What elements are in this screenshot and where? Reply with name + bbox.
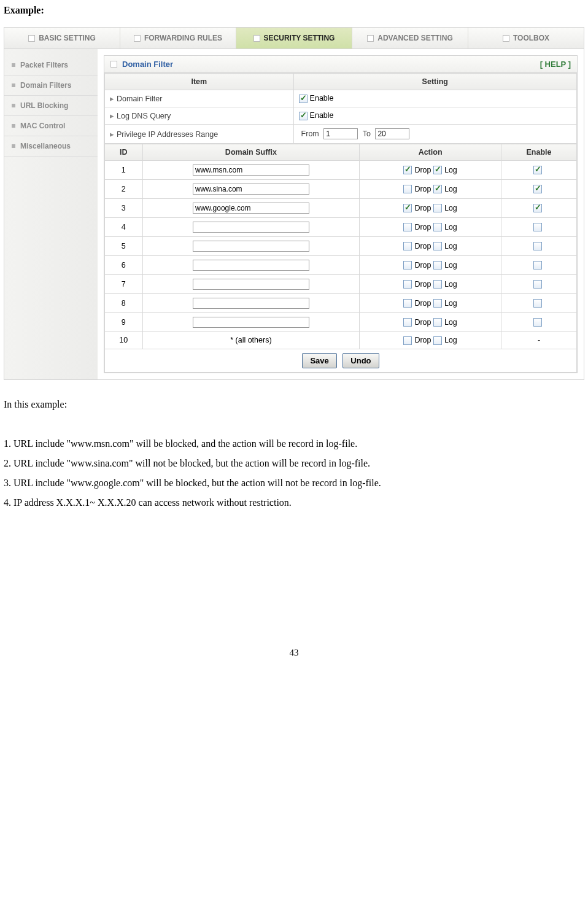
panel-title-text: Domain Filter	[122, 60, 173, 69]
sidebar-item-miscellaneous[interactable]: Miscellaneous	[4, 136, 98, 157]
tab-label: TOOLBOX	[513, 34, 549, 42]
table-row: 1Drop Log	[105, 161, 577, 180]
content-area: Domain Filter [ HELP ] Item Setting ▸Dom…	[98, 49, 584, 379]
sidebar: Packet Filters Domain Filters URL Blocki…	[4, 49, 98, 379]
log-checkbox[interactable]	[433, 336, 442, 345]
tab-forwarding-rules[interactable]: FORWARDING RULES	[120, 28, 236, 48]
drop-checkbox[interactable]	[403, 299, 412, 308]
enable-checkbox[interactable]	[533, 318, 542, 327]
enable-checkbox[interactable]	[533, 261, 542, 269]
domain-input[interactable]	[193, 203, 309, 214]
drop-checkbox[interactable]	[403, 185, 412, 193]
drop-checkbox[interactable]	[403, 280, 412, 289]
drop-checkbox[interactable]	[403, 318, 412, 327]
table-row: 4Drop Log	[105, 218, 577, 237]
sidebar-item-domain-filters[interactable]: Domain Filters	[4, 76, 98, 96]
log-label: Log	[444, 223, 457, 231]
log-checkbox[interactable]	[433, 223, 442, 231]
help-link[interactable]: [ HELP ]	[540, 60, 571, 69]
drop-checkbox[interactable]	[403, 204, 412, 212]
sidebar-item-mac-control[interactable]: MAC Control	[4, 116, 98, 136]
tab-label: BASIC SETTING	[39, 34, 96, 42]
log-checkbox[interactable]	[433, 242, 442, 250]
item-label: Log DNS Query	[117, 112, 171, 120]
row-id: 10	[105, 332, 143, 349]
doc-point-4: 4. IP address X.X.X.1~ X.X.X.20 can acce…	[4, 493, 584, 513]
table-row: 2Drop Log	[105, 180, 577, 199]
log-checkbox[interactable]	[433, 166, 442, 174]
caret-icon: ▸	[110, 95, 114, 103]
button-bar: Save Undo	[105, 349, 577, 372]
enable-checkbox[interactable]	[533, 166, 542, 174]
drop-label: Drop	[414, 261, 431, 269]
table-row: 8Drop Log	[105, 294, 577, 313]
sidebar-item-label: URL Blocking	[20, 101, 68, 110]
log-checkbox[interactable]	[433, 280, 442, 289]
tab-toolbox[interactable]: TOOLBOX	[468, 28, 584, 48]
drop-label: Drop	[414, 336, 431, 344]
bullet-icon	[12, 104, 15, 107]
log-label: Log	[444, 242, 457, 250]
domain-input[interactable]	[193, 279, 309, 290]
enable-checkbox[interactable]	[533, 185, 542, 193]
domain-input[interactable]	[193, 298, 309, 309]
privilege-to-input[interactable]	[375, 128, 409, 139]
col-id-header: ID	[105, 144, 143, 161]
log-checkbox[interactable]	[433, 185, 442, 193]
domain-input[interactable]	[193, 260, 309, 271]
bullet-icon	[12, 83, 15, 87]
sidebar-item-packet-filters[interactable]: Packet Filters	[4, 55, 98, 76]
sidebar-item-url-blocking[interactable]: URL Blocking	[4, 96, 98, 116]
item-label: Domain Filter	[117, 95, 162, 103]
enable-checkbox[interactable]	[533, 280, 542, 289]
domain-input[interactable]	[193, 184, 309, 195]
domain-input[interactable]	[193, 317, 309, 328]
domain-filter-panel: Domain Filter [ HELP ] Item Setting ▸Dom…	[104, 55, 578, 373]
sidebar-item-label: Miscellaneous	[20, 142, 71, 150]
log-checkbox[interactable]	[433, 204, 442, 212]
drop-checkbox[interactable]	[403, 223, 412, 231]
enable-checkbox[interactable]	[533, 223, 542, 231]
doc-explanation: In this example: 1. URL include "www.msn…	[0, 380, 588, 513]
drop-checkbox[interactable]	[403, 166, 412, 174]
table-row: 9Drop Log	[105, 313, 577, 332]
doc-point-3: 3. URL include "www.google.com" will be …	[4, 473, 584, 493]
domain-list-table: ID Domain Suffix Action Enable 1Drop Log…	[104, 144, 577, 373]
tab-security-setting[interactable]: SECURITY SETTING	[236, 28, 352, 48]
domain-filter-enable-checkbox[interactable]	[299, 95, 308, 103]
caret-icon: ▸	[110, 112, 114, 120]
drop-checkbox[interactable]	[403, 336, 412, 345]
all-others-label: * (all others)	[142, 332, 360, 349]
tab-icon	[503, 35, 509, 42]
save-button[interactable]: Save	[302, 353, 336, 368]
drop-checkbox[interactable]	[403, 261, 412, 269]
row-id: 4	[105, 218, 143, 237]
log-dns-enable-checkbox[interactable]	[299, 112, 308, 120]
tab-advanced-setting[interactable]: ADVANCED SETTING	[352, 28, 468, 48]
privilege-from-input[interactable]	[323, 128, 358, 139]
table-row: 6Drop Log	[105, 256, 577, 275]
undo-button[interactable]: Undo	[342, 353, 379, 368]
drop-label: Drop	[414, 318, 431, 327]
drop-checkbox[interactable]	[403, 242, 412, 250]
log-label: Log	[444, 166, 457, 174]
doc-point-1: 1. URL include "www.msn.com" will be blo…	[4, 434, 584, 454]
tab-basic-setting[interactable]: BASIC SETTING	[4, 28, 120, 48]
row-domain-filter: ▸Domain Filter Enable	[105, 90, 577, 107]
log-checkbox[interactable]	[433, 261, 442, 269]
log-checkbox[interactable]	[433, 318, 442, 327]
domain-input[interactable]	[193, 165, 309, 176]
enable-checkbox[interactable]	[533, 299, 542, 308]
log-label: Log	[444, 204, 457, 212]
enable-na: -	[501, 332, 576, 349]
table-row: 10* (all others)Drop Log-	[105, 332, 577, 349]
to-label: To	[363, 130, 371, 138]
enable-checkbox[interactable]	[533, 204, 542, 212]
enable-checkbox[interactable]	[533, 242, 542, 250]
log-checkbox[interactable]	[433, 299, 442, 308]
domain-input[interactable]	[193, 222, 309, 233]
enable-label: Enable	[310, 111, 334, 120]
log-label: Log	[444, 261, 457, 269]
col-domain-header: Domain Suffix	[142, 144, 360, 161]
domain-input[interactable]	[193, 241, 309, 252]
